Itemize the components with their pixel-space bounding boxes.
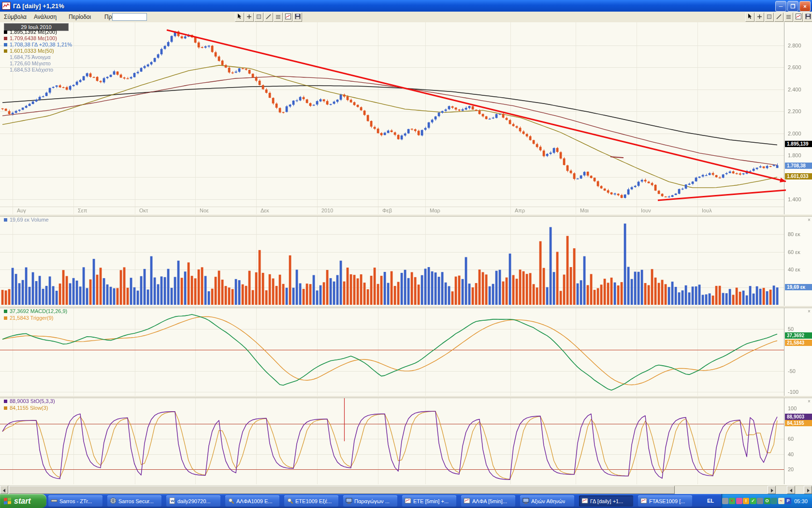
sto-axis-tick: 20 bbox=[788, 466, 794, 472]
taskbar-button-9[interactable]: Αξιών Αθηνών bbox=[520, 495, 574, 507]
menu-analysis[interactable]: Ανάλυση bbox=[32, 13, 58, 21]
crosshair-tool-button[interactable] bbox=[755, 13, 764, 22]
volume-legend-row: 19,69 εκ Volume bbox=[4, 217, 49, 223]
chart-tool-button[interactable] bbox=[283, 13, 292, 22]
scroll-thumb[interactable] bbox=[9, 486, 675, 494]
panel-separator bbox=[0, 214, 812, 217]
start-label: start bbox=[14, 497, 31, 506]
display-utility-icon[interactable] bbox=[722, 498, 728, 504]
cursor-tool-button[interactable] bbox=[745, 13, 754, 22]
taskbar-button-3[interactable]: Wdaily290720... bbox=[166, 495, 220, 507]
taskbar-button-1[interactable]: Sarros - ZTr... bbox=[48, 495, 102, 507]
start-button[interactable]: start bbox=[0, 494, 46, 508]
crosshair-icon bbox=[246, 14, 252, 21]
taskbar-button-7[interactable]: ΕΤΕ [5min] +... bbox=[402, 495, 456, 507]
chart-doc-icon[interactable]: ~ bbox=[778, 498, 784, 504]
axis-scroll-left-button[interactable] bbox=[787, 486, 795, 494]
macd-legend-row: 37,3692 MACD(12,26,9) bbox=[4, 308, 67, 314]
search-icon bbox=[287, 497, 293, 505]
language-indicator[interactable]: EL bbox=[703, 496, 718, 506]
taskbar-button-11[interactable]: FTASE1009 [... bbox=[638, 495, 692, 507]
legend-text: 1.684,75 Άνοιγμα bbox=[10, 54, 51, 60]
cursor-icon bbox=[747, 14, 753, 21]
search-icon bbox=[228, 497, 234, 505]
monitor-icon bbox=[522, 497, 529, 505]
globe-icon bbox=[110, 497, 116, 505]
trendline-tool-button[interactable] bbox=[264, 13, 273, 22]
volume-axis-tick: 60 εκ bbox=[788, 249, 800, 255]
minimize-button[interactable]: ─ bbox=[775, 1, 786, 12]
chart-tool-button[interactable] bbox=[794, 13, 803, 22]
menu-symbols[interactable]: Σύμβολα bbox=[2, 13, 29, 21]
messenger-icon[interactable] bbox=[736, 498, 742, 504]
taskbar-button-10[interactable]: ΓΔ [daily] +1... bbox=[579, 495, 633, 507]
legend-text: 1.709,6438 Με(100) bbox=[10, 35, 57, 41]
chart-icon bbox=[581, 497, 588, 505]
horizontal-lines-icon bbox=[786, 14, 791, 21]
window-title: ΓΔ [daily] +1,21% bbox=[13, 2, 64, 10]
month-label: Ιουν bbox=[641, 208, 651, 213]
scroll-left-button[interactable] bbox=[0, 486, 8, 494]
taskbar-button-5[interactable]: ΕΤΕ1009 Εξέ... bbox=[284, 495, 338, 507]
save-icon bbox=[295, 14, 301, 21]
macd-axis-tick: -50 bbox=[788, 368, 796, 374]
antivirus-icon[interactable]: O bbox=[764, 498, 770, 504]
eye-icon[interactable] bbox=[771, 498, 777, 504]
close-button[interactable]: × bbox=[799, 1, 811, 12]
taskbar-button-2[interactable]: Sarros Secur... bbox=[107, 495, 161, 507]
macd-panel-close-icon[interactable]: × bbox=[807, 309, 812, 314]
horizontal-lines-tool-button[interactable] bbox=[274, 13, 283, 22]
month-label: Μαι bbox=[580, 208, 589, 213]
gauge-icon[interactable] bbox=[757, 498, 763, 504]
trendline-tool-button[interactable] bbox=[774, 13, 783, 22]
taskbar-clock[interactable]: 05:30 bbox=[790, 494, 812, 508]
chart-icon bbox=[405, 497, 411, 505]
legend-text: 1.684,53 Ελάχιστο bbox=[10, 67, 53, 73]
menu-periods[interactable]: Περίοδοι bbox=[67, 13, 93, 21]
volume-value-box: 19,69 εκ bbox=[785, 284, 812, 290]
cursor-tool-button[interactable] bbox=[235, 13, 244, 22]
taskbar-button-8[interactable]: ΑΛΦΑ [5min]... bbox=[461, 495, 515, 507]
price-axis-tick: 1.400 bbox=[788, 196, 801, 202]
sto-value-box: 84,1155 bbox=[785, 420, 812, 426]
price-legend-row: 1.726,60 Μέγιστο bbox=[4, 60, 51, 66]
scroll-right-button[interactable] bbox=[768, 486, 776, 494]
taskbar-button-label: ΕΤΕ1009 Εξέ... bbox=[295, 498, 332, 504]
month-label: Μαρ bbox=[430, 208, 440, 213]
axis-scroll-right-button[interactable] bbox=[804, 486, 812, 494]
save-tool-button[interactable] bbox=[293, 13, 302, 22]
legend-swatch bbox=[4, 406, 7, 410]
zoom-box-tool-button[interactable] bbox=[765, 13, 774, 22]
macd-value-box: 37,3692 bbox=[785, 332, 812, 339]
screen: ΓΔ [daily] +1,21% ─ ❐ × Σύμβολα Ανάλυση … bbox=[0, 0, 812, 508]
taskbar-button-label: Sarros - ZTr... bbox=[59, 498, 92, 504]
volume-panel-close-icon[interactable]: × bbox=[807, 218, 812, 223]
network-error-icon[interactable]: × bbox=[729, 498, 735, 504]
price-value-box: 1.895,139 bbox=[785, 141, 812, 147]
sto-legend-row: 84,1155 Slow(3) bbox=[4, 405, 48, 411]
legend-swatch bbox=[4, 218, 7, 222]
taskbar-button-6[interactable]: Παραγώγων ... bbox=[343, 495, 397, 507]
updates-check-icon[interactable]: ✓ bbox=[750, 498, 756, 504]
price-legend-row: 1.684,75 Άνοιγμα bbox=[4, 54, 51, 60]
chart-canvas[interactable] bbox=[0, 22, 812, 485]
app-icon bbox=[51, 497, 58, 505]
legend-text: 1.726,60 Μέγιστο bbox=[10, 60, 51, 66]
month-label: Σεπ bbox=[78, 208, 87, 213]
legend-text: 19,69 εκ Volume bbox=[10, 217, 49, 223]
taskbar-button-4[interactable]: ΑΛΦΑ1009 Ε... bbox=[225, 495, 279, 507]
trendline-icon bbox=[776, 14, 782, 21]
price-value-box: 1.601,033 bbox=[785, 173, 812, 179]
price-axis-tick: 2.800 bbox=[788, 43, 801, 48]
horizontal-lines-tool-button[interactable] bbox=[784, 13, 793, 22]
symbol-input[interactable] bbox=[112, 13, 147, 21]
restore-button[interactable]: ❐ bbox=[787, 1, 798, 12]
price-axis-tick: 2.200 bbox=[788, 108, 801, 114]
zoom-box-tool-button[interactable] bbox=[254, 13, 263, 22]
save-icon bbox=[805, 14, 811, 21]
save-tool-button[interactable] bbox=[803, 13, 812, 22]
sto-panel-close-icon[interactable]: × bbox=[807, 399, 812, 404]
taskbar-button-label: ΕΤΕ [5min] +... bbox=[413, 498, 449, 504]
crosshair-tool-button[interactable] bbox=[245, 13, 254, 22]
security-shield-icon[interactable]: ! bbox=[743, 498, 749, 504]
